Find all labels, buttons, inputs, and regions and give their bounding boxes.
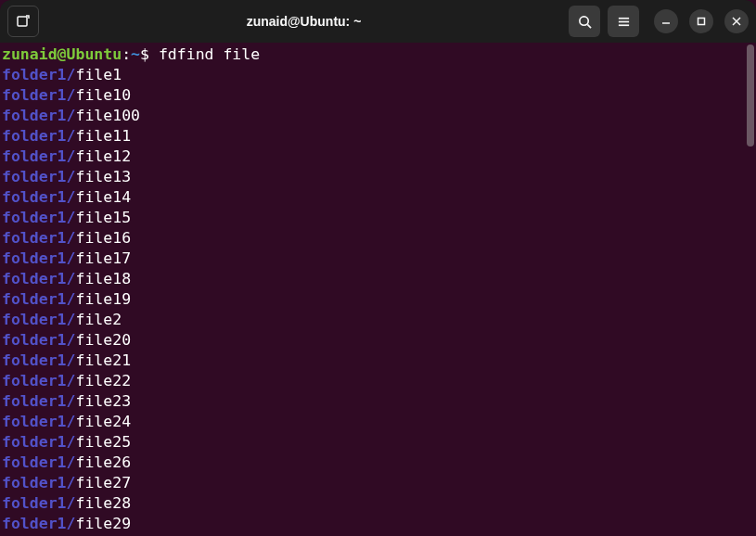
- folder-name: folder1/: [2, 249, 75, 267]
- output-line: folder1/file24: [2, 412, 754, 432]
- file-name: file25: [75, 433, 131, 451]
- file-name: file19: [75, 290, 131, 308]
- output-line: folder1/file12: [2, 147, 754, 167]
- prompt-path: ~: [131, 45, 140, 63]
- titlebar: zunaid@Ubuntu: ~: [0, 0, 756, 43]
- folder-name: folder1/: [2, 127, 75, 145]
- maximize-icon: [697, 17, 706, 26]
- file-name: file16: [75, 229, 131, 247]
- output-line: folder1/file14: [2, 187, 754, 208]
- output-line: folder1/file16: [2, 228, 754, 249]
- prompt-dollar: $: [140, 45, 159, 63]
- output-line: folder1/file17: [2, 249, 754, 269]
- menu-button[interactable]: [608, 6, 639, 37]
- output-line: folder1/file1: [2, 65, 754, 85]
- file-name: file1: [75, 66, 122, 83]
- folder-name: folder1/: [2, 351, 75, 369]
- folder-name: folder1/: [2, 413, 75, 430]
- svg-point-1: [579, 16, 587, 24]
- output-line: folder1/file19: [2, 289, 754, 310]
- close-icon: [732, 17, 741, 26]
- output-line: folder1/file23: [2, 391, 754, 412]
- output-line: folder1/file25: [2, 432, 754, 453]
- folder-name: folder1/: [2, 290, 75, 308]
- close-button[interactable]: [724, 9, 749, 33]
- file-name: file24: [75, 413, 131, 430]
- file-name: file23: [75, 392, 131, 410]
- folder-name: folder1/: [2, 86, 75, 104]
- file-name: file2: [75, 311, 122, 328]
- output-line: folder1/file20: [2, 330, 754, 351]
- folder-name: folder1/: [2, 209, 75, 226]
- output-line: folder1/file18: [2, 269, 754, 289]
- output-line: folder1/file100: [2, 106, 754, 126]
- file-name: file100: [75, 107, 140, 124]
- svg-rect-0: [18, 17, 27, 26]
- output-line: folder1/file11: [2, 126, 754, 147]
- folder-name: folder1/: [2, 392, 75, 410]
- new-tab-button[interactable]: [7, 6, 39, 37]
- new-tab-icon: [16, 14, 31, 29]
- output-lines: folder1/file1folder1/file10folder1/file1…: [2, 65, 754, 534]
- folder-name: folder1/: [2, 453, 75, 471]
- svg-rect-7: [698, 19, 705, 25]
- file-name: file10: [75, 86, 131, 104]
- folder-name: folder1/: [2, 474, 75, 491]
- folder-name: folder1/: [2, 229, 75, 247]
- minimize-icon: [661, 17, 671, 26]
- file-name: file15: [75, 209, 131, 226]
- folder-name: folder1/: [2, 515, 75, 532]
- file-name: file29: [75, 515, 131, 532]
- folder-name: folder1/: [2, 168, 75, 185]
- window-title: zunaid@Ubuntu: ~: [46, 14, 561, 29]
- folder-name: folder1/: [2, 147, 75, 165]
- file-name: file17: [75, 249, 131, 267]
- folder-name: folder1/: [2, 331, 75, 349]
- search-button[interactable]: [569, 6, 600, 37]
- output-line: folder1/file13: [2, 167, 754, 187]
- folder-name: folder1/: [2, 311, 75, 328]
- prompt-user-host: zunaid@Ubuntu: [2, 45, 122, 63]
- minimize-button[interactable]: [654, 9, 678, 33]
- file-name: file22: [75, 372, 131, 389]
- file-name: file27: [75, 474, 131, 491]
- output-line: folder1/file22: [2, 371, 754, 391]
- file-name: file21: [75, 351, 131, 369]
- file-name: file11: [75, 127, 131, 145]
- terminal-area[interactable]: zunaid@Ubuntu:~$ fdfind file folder1/fil…: [0, 43, 756, 536]
- folder-name: folder1/: [2, 188, 75, 206]
- folder-name: folder1/: [2, 494, 75, 512]
- prompt-separator: :: [122, 45, 131, 63]
- output-line: folder1/file26: [2, 453, 754, 473]
- output-line: folder1/file28: [2, 493, 754, 514]
- hamburger-icon: [617, 15, 631, 29]
- file-name: file12: [75, 147, 131, 165]
- command-text: fdfind file: [159, 45, 260, 63]
- folder-name: folder1/: [2, 270, 75, 287]
- folder-name: folder1/: [2, 107, 75, 124]
- output-line: folder1/file29: [2, 514, 754, 534]
- output-line: folder1/file2: [2, 310, 754, 330]
- file-name: file28: [75, 494, 131, 512]
- file-name: file20: [75, 331, 131, 349]
- file-name: file18: [75, 270, 131, 287]
- search-icon: [578, 15, 592, 29]
- output-line: folder1/file10: [2, 85, 754, 106]
- file-name: file14: [75, 188, 131, 206]
- svg-line-2: [587, 24, 591, 28]
- folder-name: folder1/: [2, 433, 75, 451]
- folder-name: folder1/: [2, 372, 75, 389]
- output-line: folder1/file27: [2, 473, 754, 493]
- file-name: file13: [75, 168, 131, 185]
- prompt-line: zunaid@Ubuntu:~$ fdfind file: [2, 45, 754, 65]
- output-line: folder1/file15: [2, 208, 754, 228]
- scrollbar-thumb[interactable]: [747, 45, 754, 147]
- file-name: file26: [75, 453, 131, 471]
- maximize-button[interactable]: [689, 9, 713, 33]
- window-controls: [654, 9, 749, 33]
- output-line: folder1/file21: [2, 351, 754, 371]
- folder-name: folder1/: [2, 66, 75, 83]
